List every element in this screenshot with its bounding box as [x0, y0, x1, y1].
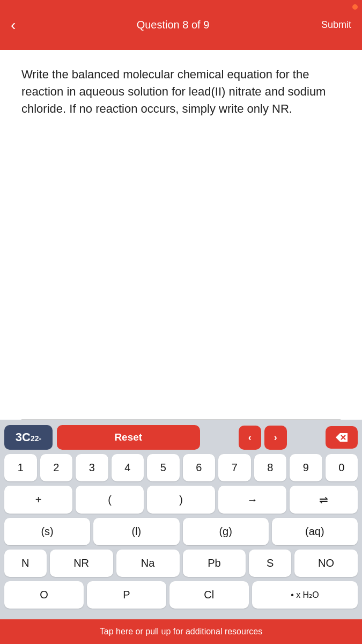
- nav-group: ‹ ›: [204, 426, 322, 450]
- key-4[interactable]: 4: [112, 454, 144, 481]
- key-close-paren[interactable]: ): [147, 486, 215, 514]
- key-6[interactable]: 6: [183, 454, 216, 481]
- mode-key-label: 3C: [16, 430, 31, 444]
- resource-bar[interactable]: Tap here or pull up for additional resou…: [0, 619, 362, 644]
- state-row: (s) (l) (g) (aq): [4, 518, 358, 545]
- question-area: Write the balanced molecular chemical eq…: [0, 50, 362, 420]
- key-1[interactable]: 1: [4, 454, 37, 481]
- key-NR[interactable]: NR: [50, 550, 113, 577]
- answer-input-line: [21, 419, 341, 420]
- nav-left-button[interactable]: ‹: [239, 426, 261, 450]
- key-O[interactable]: O: [4, 581, 84, 609]
- nav-right-button[interactable]: ›: [264, 426, 287, 450]
- key-water[interactable]: • x H₂O: [252, 581, 358, 609]
- key-arrow[interactable]: →: [218, 486, 286, 514]
- number-row: 1 2 3 4 5 6 7 8 9 0: [4, 454, 358, 481]
- key-Na[interactable]: Na: [116, 550, 180, 577]
- resource-bar-text: Tap here or pull up for additional resou…: [100, 627, 262, 636]
- key-solid[interactable]: (s): [4, 518, 90, 545]
- key-Cl[interactable]: Cl: [169, 581, 249, 609]
- back-button[interactable]: ‹: [11, 17, 32, 34]
- keyboard-area: 3C22- Reset ‹ › 1 2 3 4 5 6 7 8 9 0 + ( …: [0, 420, 362, 619]
- key-NO[interactable]: NO: [294, 550, 358, 577]
- notification-dot: [352, 4, 358, 10]
- keyboard-top-row: 3C22- Reset ‹ ›: [4, 425, 358, 450]
- header: ‹ Question 8 of 9 Submit: [0, 0, 362, 50]
- key-2[interactable]: 2: [40, 454, 73, 481]
- key-open-paren[interactable]: (: [76, 486, 144, 514]
- key-9[interactable]: 9: [290, 454, 322, 481]
- key-0[interactable]: 0: [326, 454, 358, 481]
- key-equilibrium[interactable]: ⇌: [290, 486, 358, 514]
- key-P[interactable]: P: [87, 581, 166, 609]
- submit-button[interactable]: Submit: [314, 19, 351, 31]
- key-5[interactable]: 5: [147, 454, 180, 481]
- key-gas[interactable]: (g): [183, 518, 269, 545]
- key-Pb[interactable]: Pb: [183, 550, 246, 577]
- key-S[interactable]: S: [249, 550, 291, 577]
- element-row-2: O P Cl • x H₂O: [4, 581, 358, 609]
- key-3[interactable]: 3: [76, 454, 108, 481]
- key-7[interactable]: 7: [218, 454, 251, 481]
- backspace-button[interactable]: [326, 426, 358, 449]
- question-progress: Question 8 of 9: [32, 19, 314, 31]
- key-plus[interactable]: +: [4, 486, 72, 514]
- backspace-icon: [335, 433, 348, 442]
- reset-button[interactable]: Reset: [57, 425, 200, 450]
- question-text: Write the balanced molecular chemical eq…: [21, 66, 341, 118]
- key-liquid[interactable]: (l): [93, 518, 179, 545]
- key-N[interactable]: N: [4, 550, 47, 577]
- key-8[interactable]: 8: [254, 454, 287, 481]
- key-aqueous[interactable]: (aq): [272, 518, 358, 545]
- operator-row: + ( ) → ⇌: [4, 486, 358, 514]
- mode-key[interactable]: 3C22-: [4, 425, 53, 450]
- element-row-1: N NR Na Pb S NO: [4, 550, 358, 577]
